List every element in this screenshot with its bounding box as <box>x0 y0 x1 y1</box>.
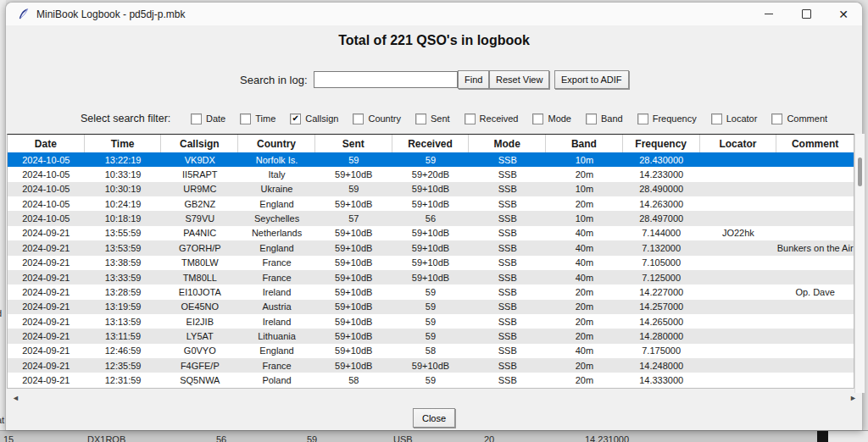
export-adif-button[interactable]: Export to ADIF <box>554 70 629 89</box>
table-cell <box>700 314 777 329</box>
filter-checkbox-received[interactable]: Received <box>465 113 519 124</box>
search-label: Search in log: <box>240 74 308 86</box>
column-header-received[interactable]: Received <box>392 135 470 152</box>
filter-checkbox-time[interactable]: Time <box>240 113 275 124</box>
column-header-sent[interactable]: Sent <box>315 135 392 152</box>
filter-checkbox-frequency[interactable]: Frequency <box>637 113 697 124</box>
table-cell: SSB <box>469 285 546 299</box>
table-cell: 10:24:19 <box>85 196 162 211</box>
checkbox-unchecked-icon[interactable] <box>586 113 597 124</box>
vertical-scrollbar[interactable] <box>854 134 865 393</box>
column-header-date[interactable]: Date <box>8 135 85 152</box>
filter-checkbox-sent[interactable]: Sent <box>415 113 450 124</box>
filter-checkbox-callsign[interactable]: Callsign <box>290 113 338 124</box>
hscroll-right-arrow[interactable]: ► <box>849 394 857 402</box>
checkbox-unchecked-icon[interactable] <box>353 113 364 124</box>
table-cell: 40m <box>546 240 623 255</box>
column-header-mode[interactable]: Mode <box>469 135 546 152</box>
table-cell: 2024-09-21 <box>8 226 85 240</box>
filter-checkbox-locator[interactable]: Locator <box>711 113 758 124</box>
table-row[interactable]: 2024-10-0513:22:19VK9DXNorfolk Is.5959SS… <box>8 152 854 167</box>
table-cell: F4GFE/P <box>161 358 238 373</box>
checkbox-checked-icon[interactable] <box>290 113 301 124</box>
table-cell: 13:33:59 <box>85 270 162 285</box>
table-row[interactable]: 2024-09-2113:13:59EI2JIBIreland59+10dB59… <box>8 314 854 329</box>
filter-checkbox-band[interactable]: Band <box>586 113 623 124</box>
table-cell <box>700 240 777 255</box>
table-header-row: DateTimeCallsignCountrySentReceivedModeB… <box>8 135 854 152</box>
checkbox-unchecked-icon[interactable] <box>711 113 722 124</box>
column-header-comment[interactable]: Comment <box>776 135 854 152</box>
checkbox-unchecked-icon[interactable] <box>191 113 202 124</box>
table-cell: 59+10dB <box>392 226 470 240</box>
table-cell: SSB <box>469 300 546 314</box>
column-header-frequency[interactable]: Frequency <box>623 135 700 152</box>
filter-checkbox-date[interactable]: Date <box>191 113 225 124</box>
table-cell: 13:55:59 <box>85 226 162 240</box>
table-row[interactable]: 2024-10-0510:33:19II5RAPTItaly59+10dB59+… <box>8 167 854 181</box>
maximize-button[interactable] <box>787 3 825 25</box>
table-row[interactable]: 2024-10-0510:30:19UR9MCUkraine5959+10dBS… <box>8 182 854 196</box>
vertical-scrollbar-thumb[interactable] <box>858 157 862 186</box>
table-cell: 13:19:59 <box>85 300 162 314</box>
checkbox-unchecked-icon[interactable] <box>637 113 648 124</box>
column-header-callsign[interactable]: Callsign <box>161 135 238 152</box>
table-cell: 2024-10-05 <box>8 152 85 167</box>
table-row[interactable]: 2024-09-2113:33:59TM80LLFrance59+10dB59+… <box>8 270 854 285</box>
table-cell: 2024-09-21 <box>8 240 85 255</box>
reset-view-button[interactable]: Reset View <box>489 70 549 89</box>
table-cell <box>776 226 854 240</box>
column-header-time[interactable]: Time <box>85 135 162 152</box>
table-cell <box>776 256 854 270</box>
search-input[interactable] <box>314 71 458 88</box>
table-cell: 59 <box>392 314 470 329</box>
table-cell: 20m <box>546 285 623 299</box>
table-cell: VK9DX <box>161 152 238 167</box>
checkbox-unchecked-icon[interactable] <box>532 113 543 124</box>
close-window-button[interactable]: ✕ <box>825 3 862 25</box>
checkbox-unchecked-icon[interactable] <box>415 113 426 124</box>
column-header-band[interactable]: Band <box>546 135 623 152</box>
filter-option-label: Callsign <box>305 113 338 124</box>
table-row[interactable]: 2024-09-2112:31:59SQ5NWAPoland5859SSB20m… <box>8 373 854 387</box>
table-row[interactable]: 2024-09-2113:38:59TM80LWFrance59+10dB59+… <box>8 256 854 270</box>
checkbox-unchecked-icon[interactable] <box>465 113 476 124</box>
table-row[interactable]: 2024-09-2113:28:59EI10JOTAIreland59+10dB… <box>8 285 854 299</box>
table-row[interactable]: 2024-10-0510:24:19GB2NZEngland59+10dB59+… <box>8 196 854 211</box>
table-cell: SSB <box>469 358 546 373</box>
filter-checkbox-country[interactable]: Country <box>353 113 401 124</box>
table-cell <box>700 211 777 225</box>
table-cell: 14.248000 <box>623 358 700 373</box>
checkbox-unchecked-icon[interactable] <box>240 113 251 124</box>
table-cell: LY5AT <box>161 329 238 343</box>
search-row: Search in log: Find Reset View Export to… <box>6 69 862 91</box>
table-row[interactable]: 2024-09-2113:55:59PA4NICNetherlands59+10… <box>8 226 854 240</box>
table-cell: SSB <box>469 211 546 225</box>
table-row[interactable]: 2024-10-0510:18:19S79VUSeychelles5756SSB… <box>8 211 854 225</box>
table-cell: 10m <box>546 152 623 167</box>
table-cell: Seychelles <box>238 211 315 225</box>
column-header-locator[interactable]: Locator <box>700 135 777 152</box>
close-button[interactable]: Close <box>413 408 455 428</box>
hscroll-left-arrow[interactable]: ◄ <box>12 394 19 402</box>
column-header-country[interactable]: Country <box>238 135 315 152</box>
filter-label: Select search filter: <box>81 113 170 124</box>
filter-checkbox-comment[interactable]: Comment <box>771 113 827 124</box>
table-cell: 2024-09-21 <box>8 314 85 329</box>
filter-checkbox-mode[interactable]: Mode <box>532 113 571 124</box>
find-button[interactable]: Find <box>458 70 489 89</box>
table-row[interactable]: 2024-09-2113:11:59LY5ATLithuania59+10dB5… <box>8 329 854 343</box>
checkbox-unchecked-icon[interactable] <box>771 113 782 124</box>
table-cell <box>776 211 854 225</box>
logbook-total-heading: Total of 221 QSO's in logbook <box>6 33 862 48</box>
table-row[interactable]: 2024-09-2113:53:59G7ORH/PEngland59+10dB5… <box>8 240 854 255</box>
table-cell: France <box>238 256 315 270</box>
table-cell: France <box>238 358 315 373</box>
table-row[interactable]: 2024-09-2113:19:59OE45NOAustria59+10dB59… <box>8 300 854 314</box>
minimize-button[interactable] <box>750 3 787 25</box>
filter-option-label: Country <box>368 113 401 124</box>
table-row[interactable]: 2024-09-2112:46:59G0VYOEngland59+10dB58S… <box>8 344 854 358</box>
titlebar[interactable]: MiniBook Logbook - pd5dj-p.mbk ✕ <box>6 3 862 25</box>
table-row[interactable]: 2024-09-2112:35:59F4GFE/PFrance59+10dB59… <box>8 358 854 373</box>
background-text-fragment: d <box>0 308 2 318</box>
